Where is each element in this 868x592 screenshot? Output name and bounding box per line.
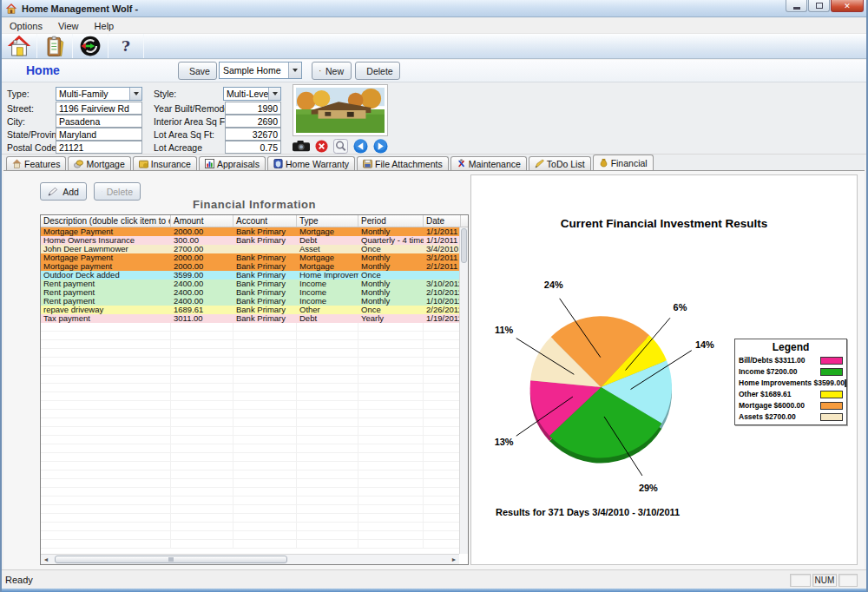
table-cell[interactable]: Income bbox=[297, 288, 358, 297]
table-cell[interactable]: Monthly bbox=[358, 227, 424, 236]
tab-insurance[interactable]: Insurance bbox=[133, 156, 197, 170]
home-toolbar-button[interactable] bbox=[2, 34, 36, 58]
vertical-scrollbar[interactable] bbox=[459, 227, 468, 554]
table-row[interactable]: Home Owners Insurance300.00Bank PrimaryD… bbox=[41, 236, 468, 245]
table-row[interactable]: Mortgage Payment2000.00Bank PrimaryMortg… bbox=[41, 227, 468, 236]
table-cell[interactable]: Mortgage bbox=[297, 253, 358, 262]
chevron-down-icon[interactable] bbox=[129, 88, 141, 100]
table-cell[interactable]: Bank Primary bbox=[233, 262, 297, 271]
col-period[interactable]: Period bbox=[358, 215, 424, 227]
table-cell[interactable]: Monthly bbox=[358, 262, 424, 271]
home-selector[interactable]: Sample Home bbox=[219, 62, 302, 79]
table-cell[interactable]: Other bbox=[297, 306, 358, 314]
delete-button[interactable]: Delete bbox=[355, 62, 400, 80]
table-cell[interactable]: Yearly bbox=[358, 314, 424, 323]
tab-maintenance[interactable]: Maintenance bbox=[450, 156, 527, 170]
horizontal-scrollbar[interactable]: ◄ ► bbox=[41, 554, 459, 564]
table-cell[interactable]: Home Improvement bbox=[297, 271, 358, 280]
next-photo-icon[interactable] bbox=[373, 139, 388, 154]
table-cell[interactable]: 1/1/2011 bbox=[424, 236, 461, 245]
table-cell[interactable] bbox=[233, 245, 297, 253]
zoom-photo-icon[interactable] bbox=[333, 139, 348, 154]
table-cell[interactable]: Once bbox=[358, 306, 424, 314]
table-cell[interactable] bbox=[424, 271, 461, 280]
city-field[interactable]: Pasadena bbox=[56, 115, 142, 128]
table-cell[interactable]: Bank Primary bbox=[233, 227, 297, 236]
table-row[interactable]: Outdoor Deck added3599.00Bank PrimaryHom… bbox=[41, 271, 468, 280]
table-cell[interactable]: repave driveway bbox=[41, 306, 171, 314]
tab-mortgage[interactable]: Mortgage bbox=[68, 156, 130, 170]
table-cell[interactable]: Outdoor Deck added bbox=[41, 271, 171, 280]
table-cell[interactable]: Bank Primary bbox=[233, 271, 297, 280]
close-button[interactable]: ✕ bbox=[831, 0, 864, 12]
tab-file-attachments[interactable]: File Attachments bbox=[357, 156, 449, 170]
table-cell[interactable]: Once bbox=[358, 245, 424, 253]
table-cell[interactable]: Tax payment bbox=[41, 314, 171, 323]
table-row[interactable]: Mortgage Payment2000.00Bank PrimaryMortg… bbox=[41, 253, 468, 262]
state-field[interactable]: Maryland bbox=[56, 128, 142, 141]
help-toolbar-button[interactable]: ? bbox=[108, 34, 143, 58]
table-cell[interactable]: Debt bbox=[297, 314, 358, 323]
table-cell[interactable]: 2000.00 bbox=[171, 253, 233, 262]
table-cell[interactable]: Bank Primary bbox=[233, 306, 297, 314]
table-cell[interactable]: Home Owners Insurance bbox=[41, 236, 171, 245]
table-cell[interactable]: Rent payment bbox=[41, 280, 171, 288]
table-cell[interactable]: Bank Primary bbox=[233, 280, 297, 288]
table-cell[interactable]: Rent payment bbox=[41, 297, 171, 306]
col-account[interactable]: Account bbox=[233, 215, 297, 227]
table-cell[interactable]: 2400.00 bbox=[171, 288, 233, 297]
table-row[interactable]: Rent payment2400.00Bank PrimaryIncomeMon… bbox=[41, 297, 468, 306]
table-cell[interactable]: Monthly bbox=[358, 280, 424, 288]
col-description[interactable]: Description (double click item to edit o… bbox=[41, 215, 171, 227]
table-cell[interactable]: 3/1/2011 bbox=[424, 253, 461, 262]
table-cell[interactable]: Bank Primary bbox=[233, 297, 297, 306]
col-amount[interactable]: Amount bbox=[171, 215, 233, 227]
table-cell[interactable]: 2000.00 bbox=[171, 262, 233, 271]
table-cell[interactable]: John Deer Lawnmower bbox=[41, 245, 171, 253]
table-cell[interactable]: Monthly bbox=[358, 297, 424, 306]
new-button[interactable]: New bbox=[312, 62, 352, 80]
tab-features[interactable]: Features bbox=[6, 156, 66, 170]
table-cell[interactable]: 2700.00 bbox=[171, 245, 233, 253]
table-row[interactable]: repave driveway1689.61Bank PrimaryOtherO… bbox=[41, 306, 468, 314]
table-cell[interactable]: Mortgage Payment bbox=[41, 227, 171, 236]
lotarea-field[interactable]: 32670 bbox=[225, 128, 281, 141]
table-cell[interactable]: Once bbox=[358, 271, 424, 280]
table-row[interactable]: John Deer Lawnmower2700.00AssetOnce3/4/2… bbox=[41, 245, 468, 253]
table-cell[interactable]: Income bbox=[297, 280, 358, 288]
interior-field[interactable]: 2690 bbox=[225, 115, 281, 128]
table-cell[interactable]: Bank Primary bbox=[233, 288, 297, 297]
table-cell[interactable]: Rent payment bbox=[41, 288, 171, 297]
table-cell[interactable]: Mortgage payment bbox=[41, 262, 171, 271]
table-cell[interactable]: 2/1/2011 bbox=[424, 262, 461, 271]
notes-toolbar-button[interactable] bbox=[37, 34, 72, 58]
table-cell[interactable]: Mortgage bbox=[297, 227, 358, 236]
table-cell[interactable]: Debt bbox=[297, 236, 358, 245]
menu-help[interactable]: Help bbox=[87, 20, 122, 32]
table-row[interactable]: Tax payment3011.00Bank PrimaryDebtYearly… bbox=[41, 314, 468, 323]
chevron-down-icon[interactable] bbox=[288, 62, 301, 78]
chevron-down-icon[interactable] bbox=[268, 88, 280, 100]
year-field[interactable]: 1990 bbox=[225, 102, 281, 115]
menu-view[interactable]: View bbox=[50, 20, 87, 32]
style-select[interactable]: Multi-Level bbox=[223, 87, 281, 101]
table-row[interactable]: Rent payment2400.00Bank PrimaryIncomeMon… bbox=[41, 288, 468, 297]
table-cell[interactable]: 1/10/2011 bbox=[424, 297, 461, 306]
table-cell[interactable]: Bank Primary bbox=[233, 236, 297, 245]
scroll-right-arrow[interactable]: ► bbox=[449, 555, 459, 564]
minimize-button[interactable] bbox=[786, 0, 807, 12]
table-cell[interactable]: Mortgage Payment bbox=[41, 253, 171, 262]
col-date[interactable]: Date bbox=[424, 215, 461, 227]
table-cell[interactable]: 2000.00 bbox=[171, 227, 233, 236]
table-cell[interactable]: Monthly bbox=[358, 253, 424, 262]
acreage-field[interactable]: 0.75 bbox=[225, 141, 281, 154]
col-type[interactable]: Type bbox=[297, 215, 358, 227]
table-cell[interactable]: 1/1/2011 bbox=[424, 227, 461, 236]
table-cell[interactable]: 3/4/2010 bbox=[424, 245, 461, 253]
table-row[interactable]: Rent payment2400.00Bank PrimaryIncomeMon… bbox=[41, 280, 468, 288]
table-cell[interactable]: Monthly bbox=[358, 288, 424, 297]
table-cell[interactable]: Asset bbox=[297, 245, 358, 253]
table-cell[interactable]: 2/10/2011 bbox=[424, 288, 461, 297]
tab-financial[interactable]: Financial bbox=[593, 155, 654, 170]
menu-options[interactable]: Options bbox=[2, 20, 50, 32]
